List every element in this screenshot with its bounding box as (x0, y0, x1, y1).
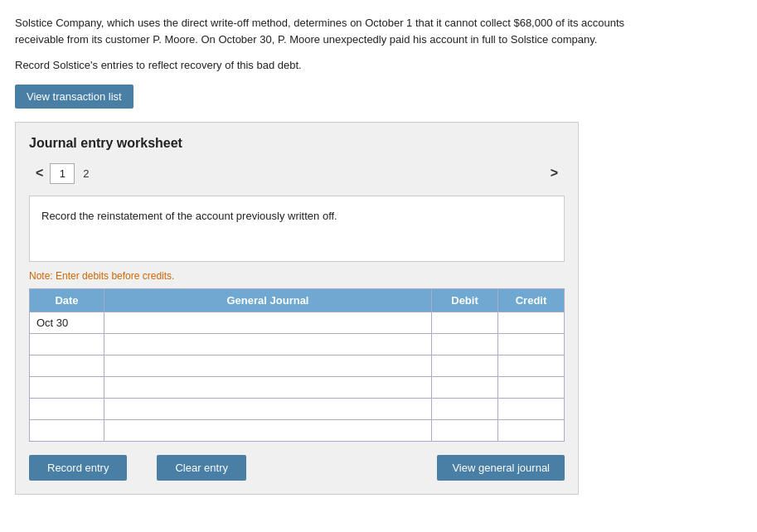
intro-text: Solstice Company, which uses the direct … (15, 15, 736, 47)
row4-date (30, 377, 104, 399)
row3-gj[interactable] (104, 355, 432, 377)
row5-gj-input[interactable] (104, 399, 431, 419)
row4-gj-input[interactable] (104, 377, 431, 398)
row5-gj[interactable] (104, 399, 432, 420)
row1-date: Oct 30 (30, 312, 104, 334)
row1-gj-input[interactable] (104, 312, 431, 333)
row6-credit[interactable] (498, 420, 565, 442)
row6-debit-input[interactable] (432, 420, 497, 441)
row5-date (30, 399, 104, 420)
row3-credit[interactable] (498, 355, 565, 377)
row5-credit-input[interactable] (498, 399, 564, 419)
col-header-debit: Debit (432, 289, 498, 312)
prev-arrow[interactable]: < (29, 162, 50, 184)
row6-gj[interactable] (104, 420, 432, 442)
row4-credit[interactable] (498, 377, 565, 399)
table-row (30, 399, 565, 420)
worksheet-title: Journal entry worksheet (29, 136, 565, 151)
row3-debit[interactable] (432, 355, 498, 377)
prompt-text: Record Solstice's entries to reflect rec… (15, 59, 742, 71)
row5-debit-input[interactable] (432, 399, 497, 419)
clear-entry-button[interactable]: Clear entry (157, 455, 246, 481)
row3-date (30, 355, 104, 377)
journal-table: Date General Journal Debit Credit Oct 30 (29, 288, 565, 442)
row2-gj[interactable] (104, 334, 432, 355)
button-row: Record entry Clear entry View general jo… (29, 455, 565, 481)
row2-credit-input[interactable] (498, 334, 564, 355)
page-current: 1 (50, 163, 75, 184)
col-header-credit: Credit (498, 289, 565, 312)
view-transaction-button[interactable]: View transaction list (15, 85, 133, 109)
row2-gj-input[interactable] (104, 334, 431, 355)
row2-date (30, 334, 104, 355)
row2-credit[interactable] (498, 334, 565, 355)
next-arrow[interactable]: > (544, 162, 565, 184)
table-row: Oct 30 (30, 312, 565, 334)
row2-debit-input[interactable] (432, 334, 497, 355)
row5-credit[interactable] (498, 399, 565, 420)
row4-debit[interactable] (432, 377, 498, 399)
table-row (30, 355, 565, 377)
row1-debit[interactable] (432, 312, 498, 334)
row1-debit-input[interactable] (432, 312, 497, 333)
worksheet-container: Journal entry worksheet < 1 2 > Record t… (15, 122, 579, 495)
col-header-gj: General Journal (104, 289, 432, 312)
table-row (30, 377, 565, 399)
row6-debit[interactable] (432, 420, 498, 442)
row4-credit-input[interactable] (498, 377, 564, 398)
record-entry-button[interactable]: Record entry (29, 455, 127, 481)
row1-gj[interactable] (104, 312, 432, 334)
instruction-box: Record the reinstatement of the account … (29, 196, 565, 262)
row4-debit-input[interactable] (432, 377, 497, 398)
row4-gj[interactable] (104, 377, 432, 399)
row3-gj-input[interactable] (104, 355, 431, 376)
row5-debit[interactable] (432, 399, 498, 420)
row1-credit-input[interactable] (498, 312, 564, 333)
col-header-date: Date (30, 289, 104, 312)
row3-credit-input[interactable] (498, 355, 564, 376)
page-next: 2 (75, 164, 97, 183)
row2-debit[interactable] (432, 334, 498, 355)
nav-row: < 1 2 > (29, 162, 565, 184)
row1-credit[interactable] (498, 312, 565, 334)
table-row (30, 420, 565, 442)
row6-credit-input[interactable] (498, 420, 564, 441)
view-general-journal-button[interactable]: View general journal (437, 455, 565, 481)
row6-gj-input[interactable] (104, 420, 431, 441)
row6-date (30, 420, 104, 442)
table-row (30, 334, 565, 355)
row3-debit-input[interactable] (432, 355, 497, 376)
note-text: Note: Enter debits before credits. (29, 270, 565, 282)
